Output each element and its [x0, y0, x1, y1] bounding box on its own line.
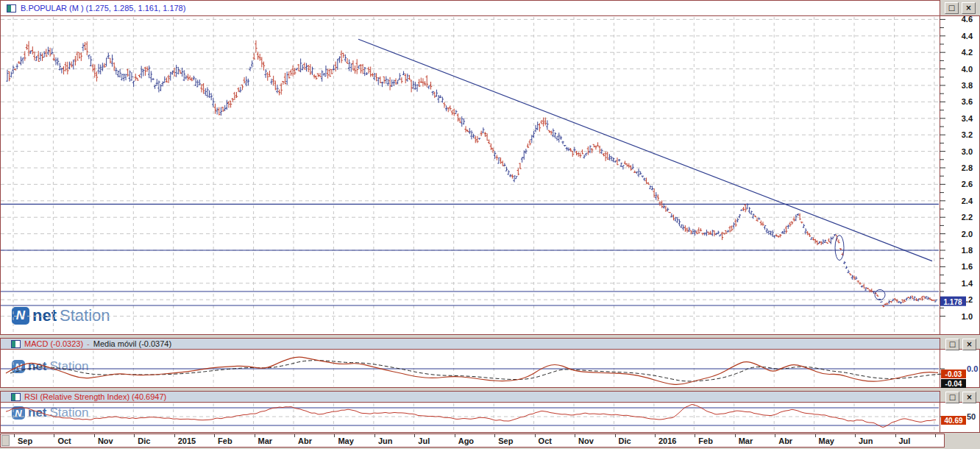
y-axis-label: 4.2: [962, 48, 973, 57]
price-bars-down: [8, 40, 935, 308]
y-axis-label: 1.8: [962, 246, 973, 255]
y-axis-label: 2.2: [962, 213, 973, 222]
rsi-mid-label: 50: [967, 412, 976, 421]
rsi-maximize-button[interactable]: □: [945, 392, 959, 403]
chart-icon: [7, 4, 16, 13]
y-axis-label: 3.6: [962, 97, 973, 106]
macd-ma-title: Media móvil (-0.0374): [93, 339, 171, 348]
x-axis-label: Nov: [98, 436, 113, 445]
x-axis-tick: [615, 434, 616, 437]
rsi-value-badge-text: 40.69: [944, 417, 962, 425]
x-axis-tick: [255, 434, 255, 437]
netstation-window: B.POPULAR (M ) (1.275, 1.285, 1.161, 1.1…: [0, 0, 980, 449]
rsi-header: RSI (Relative Strength Index) (40.6947): [0, 391, 940, 402]
y-axis-label: 4.0: [962, 65, 973, 74]
y-axis-label: 3.2: [962, 130, 973, 139]
rsi-chart: 5040.69: [0, 402, 980, 434]
x-axis-label: Ago: [458, 436, 474, 445]
macd-window-controls: □ ×: [945, 339, 976, 350]
y-axis-label: 2.0: [962, 230, 973, 238]
main-window-controls: □ ×: [945, 2, 976, 14]
x-axis-label: May: [819, 436, 834, 445]
x-axis-label: 2015: [178, 436, 196, 445]
x-axis-tick: [334, 434, 335, 437]
x-axis-label: Mar: [739, 436, 753, 445]
y-axis-label: 1.0: [962, 312, 973, 321]
y-axis-label: 3.4: [962, 114, 973, 123]
x-axis-label: Feb: [218, 436, 232, 445]
macd-close-button[interactable]: ×: [962, 339, 976, 350]
y-axis-label: 2.8: [962, 163, 973, 172]
x-axis-label: Sep: [18, 436, 32, 445]
last-price-badge-text: 1.178: [943, 298, 962, 306]
close-button[interactable]: ×: [962, 2, 976, 14]
x-axis-label: Abr: [778, 436, 792, 445]
annotation-ellipse: [835, 236, 844, 261]
x-axis-label: Dic: [138, 436, 150, 445]
macd-line: [6, 357, 938, 384]
macd-value-badge-text: -0.03: [945, 370, 962, 378]
x-axis-tick: [94, 434, 95, 437]
rsi-close-button[interactable]: ×: [962, 392, 976, 403]
y-axis-label: 3.0: [962, 147, 973, 156]
macd-icon: [11, 340, 21, 348]
price-chart: 4.64.44.24.03.83.63.43.23.02.82.62.42.22…: [0, 15, 980, 335]
x-axis-label: Jun: [378, 436, 393, 445]
y-axis-label: 3.8: [962, 81, 973, 90]
chart-title: B.POPULAR (M ) (1.275, 1.285, 1.161, 1.1…: [21, 4, 185, 13]
y-axis-label: 1.4: [962, 279, 973, 288]
x-axis-tick: [655, 434, 656, 437]
y-axis-label: 4.4: [962, 32, 973, 40]
macd-title-separator: -: [87, 339, 90, 348]
macd-signal-badge-text: -0.04: [945, 380, 962, 388]
x-axis-label: Feb: [698, 436, 713, 445]
x-axis-label: May: [338, 436, 353, 445]
x-axis-tick: [575, 434, 575, 437]
x-axis-tick: [535, 434, 536, 437]
time-axis: SepOctNovDic2015FebMarAbrMayJunJulAgoSep…: [0, 434, 945, 448]
y-axis-label: 2.4: [962, 197, 973, 205]
x-axis-label: Jul: [899, 436, 911, 445]
rsi-icon: [11, 393, 21, 401]
x-axis-tick: [214, 434, 215, 437]
macd-maximize-button[interactable]: □: [945, 339, 959, 350]
y-axis-label: 4.6: [962, 15, 973, 24]
x-axis-tick: [374, 434, 375, 437]
x-axis-label: Mar: [258, 436, 273, 445]
corner-resize-box[interactable]: [1, 435, 10, 446]
x-axis-label: Dic: [619, 436, 631, 445]
maximize-button[interactable]: □: [945, 2, 959, 14]
macd-chart: -0.03-0.040.0: [0, 349, 980, 389]
x-axis-tick: [935, 434, 936, 437]
rsi-title: RSI (Relative Strength Index) (40.6947): [24, 392, 166, 401]
x-axis-label: Nov: [578, 436, 594, 445]
x-axis-tick: [695, 434, 695, 437]
x-axis-tick: [895, 434, 896, 437]
x-axis-label: Oct: [539, 436, 552, 445]
y-axis-label: 2.6: [962, 180, 973, 188]
x-axis-tick: [815, 434, 816, 437]
x-axis-label: Jul: [418, 436, 430, 445]
x-axis-tick: [494, 434, 495, 437]
x-axis-label: Sep: [498, 436, 513, 445]
x-axis-tick: [775, 434, 775, 437]
x-axis-tick: [174, 434, 175, 437]
x-axis-label: 2016: [658, 436, 676, 445]
macd-zero-label: 0.0: [967, 364, 978, 373]
rsi-window-controls: □ ×: [945, 392, 976, 403]
macd-header: MACD (-0.0323) - Media móvil (-0.0374): [0, 338, 940, 349]
x-axis-tick: [735, 434, 736, 437]
x-axis-tick: [855, 434, 856, 437]
macd-title: MACD (-0.0323): [24, 339, 83, 348]
x-axis-tick: [134, 434, 135, 437]
x-axis-tick: [414, 434, 415, 437]
trendline: [358, 39, 932, 261]
x-axis-tick: [294, 434, 295, 437]
x-axis-tick: [455, 434, 455, 437]
y-axis-label: 1.6: [962, 262, 973, 271]
price-bars-up: [6, 43, 937, 305]
x-axis-label: Abr: [298, 436, 312, 445]
x-axis-tick: [14, 434, 15, 437]
x-axis-label: Oct: [57, 436, 71, 445]
chart-title-bar: B.POPULAR (M ) (1.275, 1.285, 1.161, 1.1…: [0, 0, 940, 15]
